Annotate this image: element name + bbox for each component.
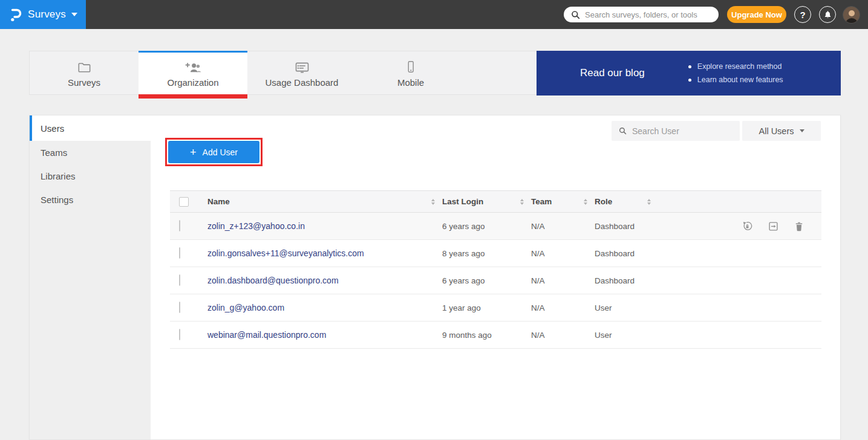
upgrade-now-button[interactable]: Upgrade Now: [727, 6, 786, 23]
top-navbar: Surveys Upgrade Now ?: [0, 0, 868, 29]
role-cell: Dashboard: [595, 276, 658, 285]
row-actions: [658, 221, 821, 232]
banner-bullet-list: Explore research method Learn about new …: [688, 60, 783, 86]
column-header-role: Role: [595, 191, 658, 212]
question-mark-icon: ?: [800, 10, 805, 20]
sort-icon[interactable]: [431, 199, 435, 205]
person-add-icon: [185, 60, 201, 73]
search-icon: [571, 10, 580, 19]
table-row: zolin.gonsalves+11@surveyanalytics.com 8…: [170, 240, 821, 267]
tab-label: Surveys: [68, 77, 100, 88]
bell-icon: [823, 10, 832, 19]
last-login-cell: 6 years ago: [442, 222, 531, 231]
dashboard-screen-icon: [295, 60, 309, 73]
role-cell: Dashboard: [595, 249, 658, 258]
users-table-header: Name Last Login Team Role: [170, 190, 821, 213]
plus-icon: +: [190, 147, 197, 158]
row-checkbox[interactable]: [179, 329, 180, 340]
last-login-cell: 1 year ago: [442, 303, 531, 312]
team-cell: N/A: [531, 331, 595, 340]
sidebar-item-users[interactable]: Users: [30, 115, 151, 141]
user-email-link[interactable]: zolin.dashboard@questionpro.com: [207, 276, 339, 285]
questionpro-logo-icon: [8, 7, 22, 22]
notifications-button[interactable]: [819, 6, 836, 23]
role-cell: User: [595, 303, 658, 312]
table-row: zolin_z+123@yahoo.co.in 6 years ago N/A …: [170, 213, 821, 240]
product-switcher-label: Surveys: [28, 8, 66, 21]
sort-icon[interactable]: [584, 199, 587, 205]
user-filter-dropdown[interactable]: All Users: [742, 121, 821, 141]
help-button[interactable]: ?: [794, 6, 811, 23]
reset-password-icon[interactable]: [742, 221, 753, 232]
banner-bullet: Learn about new features: [688, 73, 783, 86]
annotation-red-box: + Add User: [165, 138, 263, 166]
login-as-user-icon[interactable]: [768, 221, 779, 232]
add-user-button[interactable]: + Add User: [168, 141, 259, 163]
user-email-link[interactable]: zolin.gonsalves+11@surveyanalytics.com: [207, 248, 364, 258]
role-cell: Dashboard: [595, 222, 658, 231]
row-checkbox[interactable]: [179, 274, 180, 286]
last-login-cell: 6 years ago: [442, 276, 531, 285]
team-cell: N/A: [531, 222, 595, 231]
user-email-link[interactable]: zolin_z+123@yahoo.co.in: [207, 221, 305, 231]
table-row: webinar@mail.questionpro.com 9 months ag…: [170, 322, 821, 349]
banner-bullet: Explore research method: [688, 60, 783, 73]
users-table-body: zolin_z+123@yahoo.co.in 6 years ago N/A …: [170, 213, 821, 349]
tab-surveys[interactable]: Surveys: [30, 51, 139, 95]
sidebar-item-settings[interactable]: Settings: [30, 188, 151, 212]
global-search-input[interactable]: [585, 10, 711, 19]
sort-icon[interactable]: [647, 199, 651, 205]
column-header-team: Team: [531, 191, 595, 212]
search-icon: [619, 127, 627, 135]
organization-sidebar: Users Teams Libraries Settings: [30, 115, 151, 439]
organization-panel: Users Teams Libraries Settings All Users: [29, 115, 841, 440]
app-root: Surveys Upgrade Now ?: [0, 0, 868, 440]
topbar-actions: Upgrade Now ?: [564, 0, 860, 29]
annotation-red-underline: [139, 94, 247, 99]
table-row: zolin_g@yahoo.com 1 year ago N/A User: [170, 294, 821, 322]
blog-banner[interactable]: Read our blog Explore research method Le…: [537, 51, 841, 95]
tab-mobile[interactable]: Mobile: [356, 51, 465, 95]
column-header-name: Name: [207, 191, 442, 212]
tab-label: Organization: [167, 77, 218, 88]
users-content: All Users + Add User Name Last Lo: [151, 115, 840, 439]
team-cell: N/A: [531, 276, 595, 285]
banner-title: Read our blog: [580, 67, 645, 79]
table-row: zolin.dashboard@questionpro.com 6 years …: [170, 267, 821, 294]
user-avatar[interactable]: [843, 6, 860, 24]
row-checkbox[interactable]: [179, 247, 180, 259]
user-email-link[interactable]: zolin_g@yahoo.com: [207, 303, 284, 312]
sort-icon[interactable]: [520, 199, 524, 205]
user-email-link[interactable]: webinar@mail.questionpro.com: [207, 330, 326, 340]
user-filter-label: All Users: [759, 126, 794, 136]
module-tab-bar: Surveys Organization: [29, 51, 841, 95]
chevron-down-icon: [71, 13, 77, 16]
tab-usage-dashboard[interactable]: Usage Dashboard: [247, 51, 356, 95]
global-search[interactable]: [564, 7, 719, 22]
row-checkbox[interactable]: [179, 220, 180, 231]
smartphone-icon: [405, 60, 417, 73]
select-all-checkbox[interactable]: [179, 197, 189, 207]
product-switcher[interactable]: Surveys: [0, 0, 86, 29]
folder-icon: [77, 60, 91, 73]
last-login-cell: 8 years ago: [442, 249, 531, 258]
tab-label: Mobile: [397, 77, 424, 88]
tab-organization[interactable]: Organization: [139, 51, 247, 95]
team-cell: N/A: [531, 249, 595, 258]
chevron-down-icon: [800, 129, 804, 132]
tab-label: Usage Dashboard: [266, 77, 339, 88]
team-cell: N/A: [531, 303, 595, 312]
sidebar-group: Teams Libraries Settings: [30, 141, 151, 439]
column-header-last-login: Last Login: [442, 191, 531, 212]
add-user-label: Add User: [203, 147, 238, 157]
search-user-input[interactable]: [632, 126, 733, 136]
row-checkbox[interactable]: [179, 302, 180, 313]
delete-user-icon[interactable]: [794, 221, 804, 232]
role-cell: User: [595, 331, 658, 340]
users-table: Name Last Login Team Role: [170, 190, 821, 349]
sidebar-item-teams[interactable]: Teams: [30, 141, 151, 164]
last-login-cell: 9 months ago: [442, 331, 531, 340]
sidebar-item-libraries[interactable]: Libraries: [30, 164, 151, 188]
search-user-box[interactable]: [612, 121, 740, 141]
